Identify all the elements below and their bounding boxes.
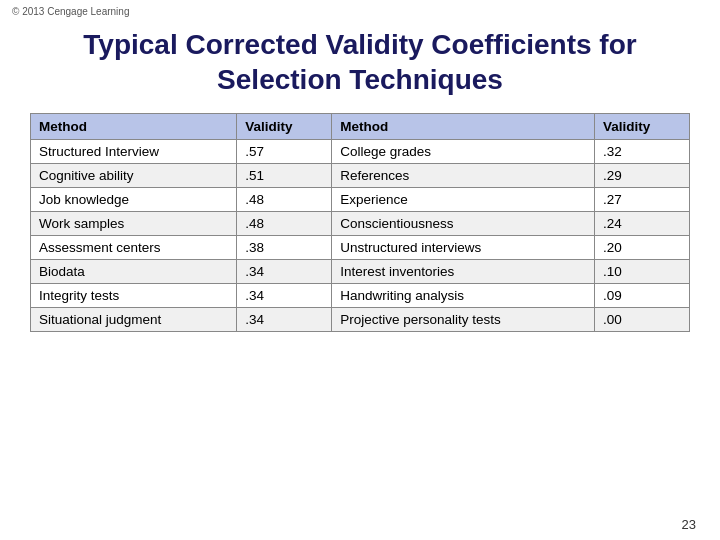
table-container: Method Validity Method Validity Structur…: [0, 113, 720, 332]
col-header-validity1: Validity: [237, 114, 332, 140]
table-cell: Cognitive ability: [31, 164, 237, 188]
table-row: Work samples.48Conscientiousness.24: [31, 212, 690, 236]
table-cell: .00: [594, 308, 689, 332]
table-cell: .48: [237, 188, 332, 212]
table-row: Structured Interview.57College grades.32: [31, 140, 690, 164]
table-cell: Conscientiousness: [332, 212, 595, 236]
table-cell: .24: [594, 212, 689, 236]
table-cell: Experience: [332, 188, 595, 212]
table-cell: Handwriting analysis: [332, 284, 595, 308]
table-cell: Interest inventories: [332, 260, 595, 284]
table-cell: References: [332, 164, 595, 188]
table-cell: Work samples: [31, 212, 237, 236]
page-number: 23: [682, 517, 696, 532]
col-header-method1: Method: [31, 114, 237, 140]
table-cell: .51: [237, 164, 332, 188]
table-cell: Integrity tests: [31, 284, 237, 308]
table-cell: .34: [237, 284, 332, 308]
table-cell: .09: [594, 284, 689, 308]
table-cell: College grades: [332, 140, 595, 164]
table-row: Cognitive ability.51References.29: [31, 164, 690, 188]
table-cell: Situational judgment: [31, 308, 237, 332]
table-cell: Structured Interview: [31, 140, 237, 164]
table-cell: Projective personality tests: [332, 308, 595, 332]
col-header-method2: Method: [332, 114, 595, 140]
page-title: Typical Corrected Validity Coefficients …: [0, 17, 720, 113]
table-cell: Assessment centers: [31, 236, 237, 260]
table-cell: .20: [594, 236, 689, 260]
table-cell: .34: [237, 260, 332, 284]
table-cell: Job knowledge: [31, 188, 237, 212]
table-cell: .10: [594, 260, 689, 284]
table-cell: Unstructured interviews: [332, 236, 595, 260]
table-cell: Biodata: [31, 260, 237, 284]
col-header-validity2: Validity: [594, 114, 689, 140]
table-row: Job knowledge.48Experience.27: [31, 188, 690, 212]
table-cell: .32: [594, 140, 689, 164]
table-row: Integrity tests.34Handwriting analysis.0…: [31, 284, 690, 308]
table-row: Situational judgment.34Projective person…: [31, 308, 690, 332]
table-row: Assessment centers.38Unstructured interv…: [31, 236, 690, 260]
table-cell: .38: [237, 236, 332, 260]
table-cell: .57: [237, 140, 332, 164]
copyright-text: © 2013 Cengage Learning: [0, 0, 720, 17]
table-row: Biodata.34Interest inventories.10: [31, 260, 690, 284]
table-cell: .34: [237, 308, 332, 332]
table-cell: .27: [594, 188, 689, 212]
table-cell: .48: [237, 212, 332, 236]
table-cell: .29: [594, 164, 689, 188]
validity-table: Method Validity Method Validity Structur…: [30, 113, 690, 332]
